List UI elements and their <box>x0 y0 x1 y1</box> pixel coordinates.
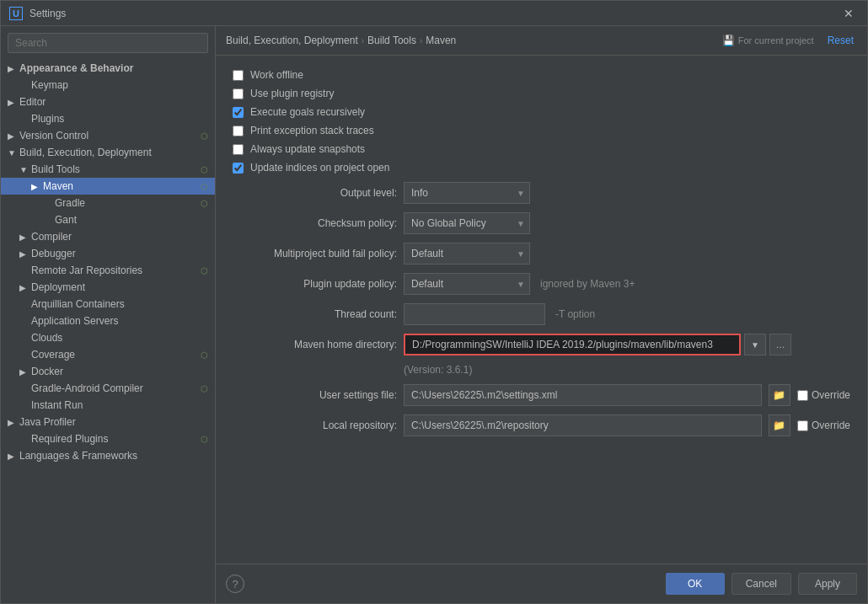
nav-arrow: ▼ <box>8 148 16 158</box>
sidebar-item-languages-frameworks[interactable]: ▶Languages & Frameworks <box>1 447 215 464</box>
sidebar-item-deployment[interactable]: ▶Deployment <box>1 279 215 296</box>
checkbox-use-plugin-registry[interactable] <box>233 88 244 99</box>
user-settings-input[interactable] <box>404 384 762 406</box>
external-icon: ⬡ <box>201 384 208 393</box>
checkbox-execute-goals[interactable] <box>233 107 244 118</box>
select-multiproject-policy[interactable]: DefaultNeverAt endFail fast <box>404 243 530 265</box>
select-output-level[interactable]: InfoDebugWarningError <box>404 182 530 204</box>
sidebar-item-gradle-android[interactable]: Gradle-Android Compiler⬡ <box>1 380 215 397</box>
user-settings-browse[interactable]: 📁 <box>769 384 790 406</box>
form-section: Output level:InfoDebugWarningError▼Check… <box>233 182 850 325</box>
checkbox-row-work-offline: Work offline <box>233 69 850 81</box>
input-thread-count[interactable] <box>404 303 545 325</box>
nav-label: Version Control <box>19 130 197 142</box>
sidebar-item-appearance-behavior[interactable]: ▶Appearance & Behavior <box>1 60 215 77</box>
select-plugin-update-policy[interactable]: DefaultNeverAlwaysDaily <box>404 273 530 295</box>
local-repo-row: Local repository: 📁 Override <box>233 414 850 436</box>
nav-label: Build Tools <box>31 163 197 175</box>
nav-label: Coverage <box>31 349 197 361</box>
checkbox-update-indices[interactable] <box>233 163 244 174</box>
maven-home-browse[interactable]: … <box>769 334 791 355</box>
local-repo-label: Local repository: <box>233 420 397 431</box>
sidebar-item-gradle[interactable]: Gradle⬡ <box>1 195 215 211</box>
apply-button[interactable]: Apply <box>798 573 857 595</box>
local-repo-override-checkbox[interactable] <box>797 420 808 431</box>
user-settings-override-label: Override <box>812 389 850 401</box>
main-content: ▶Appearance & Behavior Keymap▶Editor Plu… <box>1 26 867 603</box>
form-label-output-level: Output level: <box>233 187 397 199</box>
sidebar-item-plugins[interactable]: Plugins <box>1 110 215 127</box>
form-label-thread-count: Thread count: <box>233 308 397 320</box>
search-box <box>1 26 215 60</box>
user-settings-override: Override <box>797 389 850 401</box>
nav-label: Java Profiler <box>19 416 208 428</box>
checkbox-print-exception[interactable] <box>233 126 244 136</box>
sidebar-item-build-execution[interactable]: ▼Build, Execution, Deployment <box>1 144 215 161</box>
project-icon: 💾 <box>722 35 735 46</box>
nav-label: Gant <box>55 214 208 226</box>
sidebar-item-compiler[interactable]: ▶Compiler <box>1 228 215 245</box>
nav-arrow: ▶ <box>8 64 16 73</box>
sidebar: ▶Appearance & Behavior Keymap▶Editor Plu… <box>1 26 216 603</box>
sidebar-item-editor[interactable]: ▶Editor <box>1 94 215 110</box>
sidebar-item-java-profiler[interactable]: ▶Java Profiler <box>1 414 215 430</box>
sidebar-item-debugger[interactable]: ▶Debugger <box>1 245 215 262</box>
sidebar-item-instant-run[interactable]: Instant Run <box>1 397 215 414</box>
checkbox-label-work-offline: Work offline <box>250 69 303 81</box>
nav-arrow: ▶ <box>19 283 28 292</box>
sidebar-item-remote-jar[interactable]: Remote Jar Repositories⬡ <box>1 262 215 279</box>
sidebar-item-build-tools[interactable]: ▼Build Tools⬡ <box>1 161 215 178</box>
nav-label: Required Plugins <box>31 433 197 445</box>
sidebar-item-version-control[interactable]: ▶Version Control⬡ <box>1 127 215 144</box>
project-indicator: 💾 For current project <box>722 35 814 46</box>
sidebar-item-maven[interactable]: ▶Maven⬡ <box>1 178 215 195</box>
sidebar-item-app-servers[interactable]: Application Servers <box>1 313 215 329</box>
nav-label: Application Servers <box>31 315 208 327</box>
nav-arrow: ▶ <box>19 233 28 242</box>
sidebar-item-keymap[interactable]: Keymap <box>1 77 215 94</box>
search-input[interactable] <box>8 33 208 53</box>
user-settings-override-checkbox[interactable] <box>797 390 808 401</box>
nav-label: Keymap <box>31 79 208 91</box>
sidebar-item-required-plugins[interactable]: Required Plugins⬡ <box>1 430 215 447</box>
project-label: For current project <box>738 35 814 45</box>
select-wrapper-multiproject-policy: DefaultNeverAt endFail fast▼ <box>404 243 530 265</box>
close-button[interactable]: ✕ <box>839 5 859 22</box>
nav-label: Instant Run <box>31 399 208 411</box>
maven-home-dropdown[interactable]: ▼ <box>744 334 766 355</box>
reset-button[interactable]: Reset <box>824 33 857 48</box>
select-checksum-policy[interactable]: No Global PolicyStrictLenientIgnore <box>404 212 530 234</box>
select-wrapper-checksum-policy: No Global PolicyStrictLenientIgnore▼ <box>404 212 530 234</box>
sidebar-item-clouds[interactable]: Clouds <box>1 329 215 346</box>
maven-home-input[interactable] <box>404 334 741 355</box>
select-wrapper-plugin-update-policy: DefaultNeverAlwaysDaily▼ <box>404 273 530 295</box>
local-repo-override: Override <box>797 420 850 431</box>
sidebar-item-arquillian[interactable]: Arquillian Containers <box>1 296 215 313</box>
checkbox-always-update[interactable] <box>233 144 244 155</box>
checkbox-row-execute-goals: Execute goals recursively <box>233 106 850 118</box>
right-panel: Build, Execution, Deployment › Build Too… <box>216 26 867 603</box>
cancel-button[interactable]: Cancel <box>731 573 791 595</box>
nav-label: Gradle <box>55 197 197 209</box>
ok-button[interactable]: OK <box>666 573 725 595</box>
checkbox-label-print-exception: Print exception stack traces <box>250 125 374 136</box>
nav-tree: ▶Appearance & Behavior Keymap▶Editor Plu… <box>1 60 215 603</box>
checkbox-label-use-plugin-registry: Use plugin registry <box>250 88 334 99</box>
app-icon: U <box>9 7 23 20</box>
checkbox-row-always-update: Always update snapshots <box>233 143 850 155</box>
user-settings-label: User settings file: <box>233 389 397 401</box>
settings-window: U Settings ✕ ▶Appearance & Behavior Keym… <box>0 0 868 604</box>
local-repo-browse[interactable]: 📁 <box>769 414 790 436</box>
hint-plugin-update-policy: ignored by Maven 3+ <box>540 278 635 290</box>
sidebar-item-docker[interactable]: ▶Docker <box>1 363 215 380</box>
sidebar-item-gant[interactable]: Gant <box>1 211 215 228</box>
help-button[interactable]: ? <box>226 575 244 593</box>
breadcrumb-sep-1: › <box>362 36 364 45</box>
form-label-multiproject-policy: Multiproject build fail policy: <box>233 248 397 259</box>
sidebar-item-coverage[interactable]: Coverage⬡ <box>1 346 215 363</box>
checkbox-label-always-update: Always update snapshots <box>250 143 365 155</box>
form-row-output-level: Output level:InfoDebugWarningError▼ <box>233 182 850 204</box>
checkbox-work-offline[interactable] <box>233 70 244 81</box>
local-repo-input[interactable] <box>404 414 762 436</box>
nav-label: Clouds <box>31 332 208 344</box>
